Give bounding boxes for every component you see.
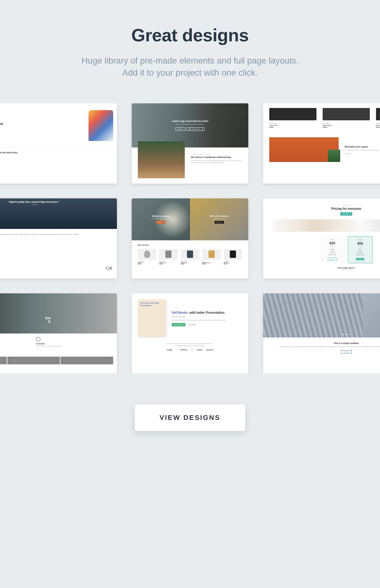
book-cover-image: Sell books with better Presentation bbox=[138, 300, 166, 337]
design-card-office[interactable]: iceh Scroll to ▾ Ventilated Lorem ipsum … bbox=[0, 293, 117, 374]
sustainable-icon bbox=[36, 337, 40, 342]
c6-pretitle: PRICING bbox=[272, 205, 380, 206]
c5-right-title: 50% off on interior bbox=[210, 215, 229, 217]
c5-shop-button: Shop now bbox=[156, 221, 165, 224]
c2-feature-text: Lorem ipsum dolor sit amet, consectetur … bbox=[191, 160, 242, 164]
design-card-arrivals[interactable]: Winter is coming Cras placerat in leo er… bbox=[132, 198, 249, 279]
c1-feature-title: The all-powerful Pointing has no control… bbox=[0, 151, 113, 154]
c2-pretitle: COMFORT AND LUXURY bbox=[191, 154, 242, 155]
c4-quote: "Highest quality hats, using heritage te… bbox=[8, 201, 59, 203]
thumb-image bbox=[60, 357, 113, 364]
design-card-beautify[interactable]: ESSENTIALSLeather wallet$250.00 ESSENTIA… bbox=[263, 103, 380, 184]
thumb-image bbox=[7, 357, 60, 364]
c1-pretitle: THE NEW TREND bbox=[0, 119, 3, 121]
c9-lower-title: This is a simple headline bbox=[269, 342, 380, 344]
pricing-plan-small: SMALL $50 Per month 50 projects 50 pages… bbox=[348, 236, 373, 263]
c7-bottom-title: gined. bbox=[0, 351, 113, 353]
c7-feat1-title: Ventilated bbox=[0, 343, 31, 345]
c9-lower-text: Lorem ipsum dolor sit amet, consectetur … bbox=[269, 346, 380, 348]
c7-bottom-sub: adipiscing elit sed bbox=[0, 354, 113, 355]
c4-name: — Gladys Tames bbox=[0, 237, 112, 239]
design-card-store[interactable]: THE NEW TREND Carefully curated design s… bbox=[0, 103, 117, 184]
c3-learn-more-link: Learn more bbox=[345, 153, 351, 154]
c7-feat2-text: Lorem ipsum dolor sit amet, consectetur … bbox=[36, 346, 113, 347]
design-grid: THE NEW TREND Carefully curated design s… bbox=[0, 103, 380, 374]
c2-video-button: ▶ Play the video bbox=[187, 127, 204, 131]
keyboard-image bbox=[323, 108, 370, 120]
c5-left-sub: Cras placerat in leo eros scelerisque bbox=[151, 218, 171, 219]
lamp-plant-image bbox=[269, 137, 338, 162]
design-card-leather[interactable]: Leather bags handcrafted by artists We a… bbox=[132, 103, 249, 184]
c6-title: Pricing for everyone bbox=[272, 207, 380, 210]
c6-select-mini-button: Select plan bbox=[328, 258, 337, 261]
signature-image: Cnf bbox=[0, 266, 117, 271]
c5-sale-button: Go to sale bbox=[215, 221, 224, 224]
design-card-pricing[interactable]: PRICING Pricing for everyone View plans … bbox=[263, 198, 380, 279]
subheading-line-1: Huge library of pre-made elements and fu… bbox=[81, 56, 299, 65]
c6-foot-sub: Feel free to contact us bbox=[272, 269, 380, 270]
nike-logo-icon: ✔ bbox=[192, 349, 193, 351]
view-designs-button[interactable]: VIEW DESIGNS bbox=[135, 404, 245, 431]
c8-author: EBOOK BY D.WILLIAMS bbox=[172, 316, 225, 317]
design-card-architecture[interactable]: ArchitInterio Services This is a simple … bbox=[263, 293, 380, 374]
c8-social-2: Onboarding, read by people at companies … bbox=[138, 345, 242, 346]
c1-footer-label: FEATURED bbox=[0, 161, 117, 168]
c6-view-plans-button: View plans bbox=[340, 212, 352, 216]
c5-arrivals-title: New arrivals bbox=[138, 244, 242, 246]
c3-feature-title: Beautify your space bbox=[345, 145, 380, 148]
c1-title: Carefully curated design store bbox=[0, 122, 3, 126]
headset-image bbox=[138, 249, 156, 260]
c7-feat2-title: Sustainable bbox=[36, 343, 113, 345]
page-heading: Great designs bbox=[0, 25, 380, 45]
facebook-logo: facebook bbox=[207, 349, 213, 351]
c8-text: Lorem ipsum dolor sit amet, consectetur … bbox=[172, 319, 225, 321]
backpack-image bbox=[181, 249, 199, 260]
leather-bag-image bbox=[138, 141, 185, 178]
c8-title: Sell Books: with better Presentation bbox=[172, 311, 225, 315]
chair-image bbox=[376, 108, 380, 120]
c9-story-button: Our story bbox=[341, 350, 351, 354]
c4-quote-by: — John Doe bbox=[30, 204, 37, 205]
c8-buy-button: Buy now $14.99 bbox=[172, 323, 186, 326]
netflix-logo: NETFLIX bbox=[181, 349, 187, 351]
office-chair-image bbox=[159, 249, 178, 260]
design-card-books[interactable]: Sell books with better Presentation Sell… bbox=[132, 293, 249, 374]
thumb-image bbox=[0, 357, 7, 364]
c5-left-title: Winter is coming bbox=[152, 215, 169, 217]
c2-sub: We are a sustainable leather bag brand a… bbox=[176, 123, 204, 125]
subheading-line-2: Add it to your project with one click. bbox=[122, 68, 258, 77]
c3-feature-text: Lorem ipsum dolor sit amet, consectetur … bbox=[345, 149, 380, 151]
black-chair-image bbox=[224, 249, 242, 260]
wooden-car-image bbox=[202, 249, 221, 260]
wallet-image bbox=[269, 108, 316, 120]
c7-hero-title: iceh bbox=[0, 316, 51, 324]
c8-sample-link: Free sample bbox=[188, 324, 195, 325]
c2-shop-button: Shop now bbox=[176, 127, 185, 131]
c7-feat1-text: Lorem ipsum dolor sit amet, consectetur … bbox=[0, 346, 31, 347]
design-card-hats[interactable]: "Highest quality hats, using heritage te… bbox=[0, 198, 117, 279]
c4-testimonial: Lorem ipsum dolor sit amet, consectetur … bbox=[0, 234, 79, 235]
carousel-dots bbox=[342, 334, 350, 335]
c2-title: Leather bags handcrafted by artists bbox=[172, 120, 209, 122]
google-logo: Google bbox=[167, 349, 172, 351]
backpack-image bbox=[89, 110, 113, 141]
page-subheading: Huge library of pre-made elements and fu… bbox=[0, 55, 380, 79]
c6-select-small-button: Select plan bbox=[356, 258, 364, 260]
c8-social-1: From the author of titles such as Interc… bbox=[138, 343, 242, 344]
spotify-logo: Spotify bbox=[197, 349, 202, 351]
c2-feature-title: We believe in traditional craftsmanship. bbox=[191, 156, 242, 158]
c5-right-sub: on the best deal today bbox=[213, 218, 225, 219]
pricing-plan-mini: MINI $20 Per month 20 projects 20 pages … bbox=[320, 236, 345, 263]
chairs-image bbox=[272, 219, 380, 232]
